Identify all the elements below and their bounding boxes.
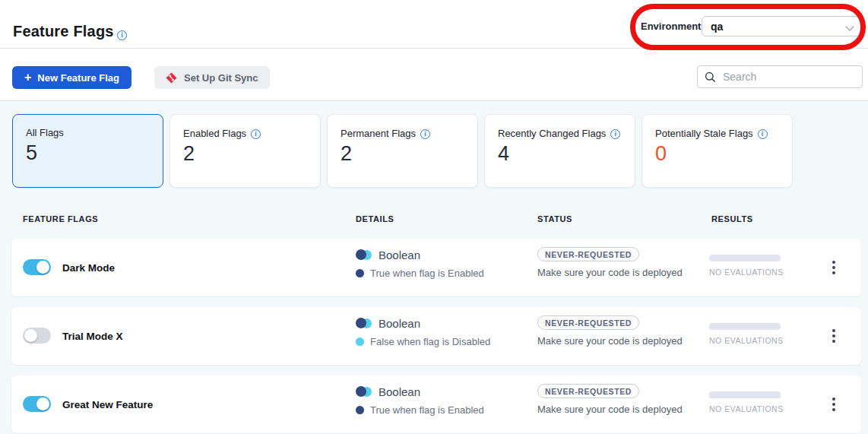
chevron-down-icon bbox=[845, 22, 854, 30]
status-badge: NEVER-REQUESTED bbox=[537, 247, 639, 261]
stat-card[interactable]: Potentially Stale Flags i 0 bbox=[641, 114, 793, 188]
stat-label: Potentially Stale Flags bbox=[655, 128, 753, 139]
title-info-icon[interactable]: i bbox=[117, 27, 127, 40]
search-box[interactable] bbox=[697, 65, 863, 88]
results-cell: NO EVALUATIONS bbox=[709, 255, 781, 277]
stat-label: All Flags bbox=[26, 127, 64, 138]
stat-card[interactable]: Enabled Flags i 2 bbox=[169, 114, 321, 188]
row-menu-button[interactable] bbox=[828, 257, 839, 278]
status-cell: NEVER-REQUESTED Make sure your code is d… bbox=[537, 247, 683, 278]
set-up-git-sync-button[interactable]: Set Up Git Sync bbox=[154, 66, 270, 89]
row-menu-button[interactable] bbox=[828, 394, 839, 415]
status-text: Make sure your code is deployed bbox=[537, 267, 683, 278]
info-icon[interactable]: i bbox=[610, 127, 620, 139]
search-icon bbox=[705, 71, 716, 83]
value-dot-icon bbox=[356, 337, 364, 346]
details-cell: Boolean True when flag is Enabled bbox=[356, 249, 484, 279]
column-header-details: DETAILS bbox=[356, 214, 394, 223]
content-area: All Flags 5 Enabled Flags i 2 Permane bbox=[0, 102, 868, 434]
details-cell: Boolean False when flag is Disabled bbox=[356, 317, 490, 347]
flag-type: Boolean bbox=[379, 249, 420, 261]
details-cell: Boolean True when flag is Enabled bbox=[356, 385, 484, 416]
stat-card[interactable]: Permanent Flags i 2 bbox=[327, 114, 478, 188]
flag-name: Great New Feature bbox=[62, 375, 153, 433]
status-text: Make sure your code is deployed bbox=[537, 335, 683, 347]
page-header: Feature Flags i Environment qa bbox=[0, 0, 868, 49]
stats-row: All Flags 5 Enabled Flags i 2 Permane bbox=[12, 114, 793, 188]
results-cell: NO EVALUATIONS bbox=[709, 323, 781, 345]
info-icon[interactable]: i bbox=[251, 127, 261, 139]
table-row[interactable]: Great New Feature Boolean True when flag… bbox=[11, 375, 861, 433]
row-menu-button[interactable] bbox=[828, 325, 839, 347]
column-header-results: RESULTS bbox=[711, 214, 753, 223]
boolean-type-icon bbox=[356, 318, 372, 329]
stat-label: Recently Changed Flags bbox=[498, 128, 606, 139]
stat-value: 2 bbox=[183, 142, 320, 166]
new-feature-flag-button[interactable]: + New Feature Flag bbox=[12, 66, 131, 89]
status-text: Make sure your code is deployed bbox=[537, 404, 683, 415]
value-rule: True when flag is Enabled bbox=[370, 404, 484, 416]
stat-label: Enabled Flags bbox=[183, 128, 246, 139]
stat-value: 2 bbox=[341, 142, 477, 166]
toggle-knob bbox=[36, 261, 49, 274]
search-input[interactable] bbox=[721, 70, 855, 84]
environment-select[interactable]: qa bbox=[702, 16, 863, 36]
new-feature-flag-label: New Feature Flag bbox=[37, 72, 119, 84]
plus-icon: + bbox=[24, 71, 31, 84]
evaluations-text: NO EVALUATIONS bbox=[709, 404, 781, 413]
flag-toggle[interactable] bbox=[23, 396, 51, 412]
status-badge: NEVER-REQUESTED bbox=[537, 315, 639, 330]
evaluations-bar bbox=[709, 255, 781, 261]
stat-value: 4 bbox=[498, 142, 635, 166]
toolbar: + New Feature Flag Set Up Git Sync bbox=[0, 49, 868, 101]
flag-toggle[interactable] bbox=[23, 328, 51, 344]
status-cell: NEVER-REQUESTED Make sure your code is d… bbox=[537, 315, 683, 347]
flag-name: Trial Mode X bbox=[62, 307, 123, 365]
info-icon[interactable]: i bbox=[758, 127, 768, 139]
info-icon[interactable]: i bbox=[420, 127, 430, 139]
status-cell: NEVER-REQUESTED Make sure your code is d… bbox=[537, 384, 683, 415]
status-badge: NEVER-REQUESTED bbox=[537, 384, 639, 398]
value-dot-icon bbox=[356, 406, 364, 414]
column-header-status: STATUS bbox=[537, 214, 572, 223]
git-icon bbox=[166, 72, 177, 84]
flag-name: Dark Mode bbox=[62, 239, 115, 296]
evaluations-text: NO EVALUATIONS bbox=[709, 268, 781, 277]
stat-value: 0 bbox=[655, 142, 792, 166]
table-row[interactable]: Dark Mode Boolean True when flag is Enab… bbox=[11, 239, 861, 296]
flag-toggle[interactable] bbox=[23, 259, 51, 275]
flag-type: Boolean bbox=[379, 385, 420, 398]
boolean-type-icon bbox=[356, 386, 372, 398]
column-header-feature-flags: FEATURE FLAGS bbox=[23, 214, 98, 223]
git-sync-label: Set Up Git Sync bbox=[184, 72, 258, 84]
value-rule: True when flag is Enabled bbox=[370, 268, 484, 279]
stat-label: Permanent Flags bbox=[341, 128, 416, 139]
stat-card[interactable]: Recently Changed Flags i 4 bbox=[484, 114, 635, 188]
boolean-type-icon bbox=[356, 249, 372, 261]
evaluations-bar bbox=[709, 391, 781, 398]
stat-value: 5 bbox=[26, 141, 163, 165]
toggle-knob bbox=[24, 329, 37, 342]
environment-label: Environment bbox=[641, 21, 701, 32]
results-cell: NO EVALUATIONS bbox=[709, 391, 781, 413]
table-row[interactable]: Trial Mode X Boolean False when flag is … bbox=[11, 307, 861, 365]
evaluations-text: NO EVALUATIONS bbox=[709, 336, 781, 345]
feature-flags-page: Feature Flags i Environment qa + New Fea… bbox=[0, 0, 868, 434]
page-title: Feature Flags bbox=[13, 23, 114, 40]
value-dot-icon bbox=[356, 269, 364, 277]
evaluations-bar bbox=[709, 323, 781, 330]
environment-selected-value: qa bbox=[711, 21, 723, 33]
flag-type: Boolean bbox=[379, 317, 420, 330]
value-rule: False when flag is Disabled bbox=[370, 336, 490, 347]
stat-card[interactable]: All Flags 5 bbox=[12, 114, 163, 188]
toggle-knob bbox=[36, 398, 49, 410]
flag-rows: Dark Mode Boolean True when flag is Enab… bbox=[11, 239, 861, 433]
